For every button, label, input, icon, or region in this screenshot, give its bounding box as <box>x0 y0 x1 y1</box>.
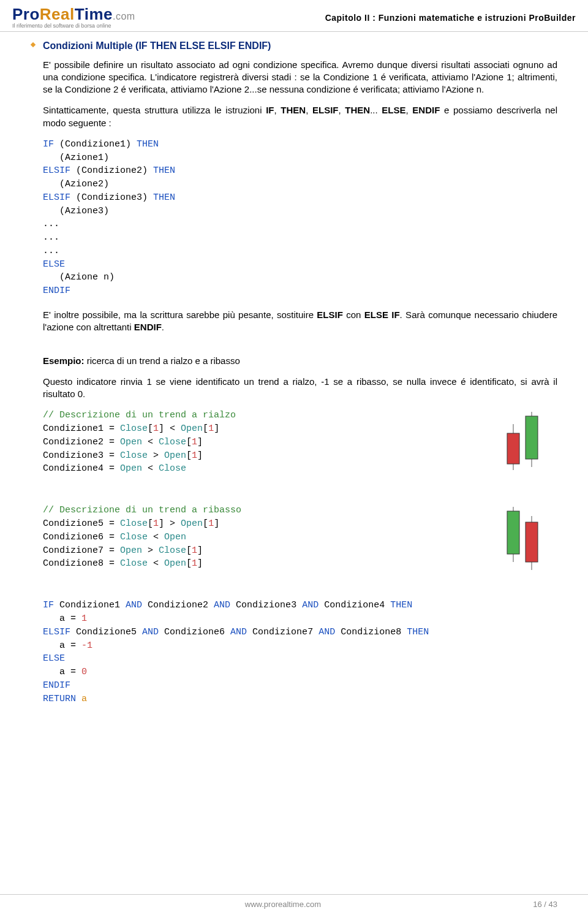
logo-tagline: Il riferimento del software di borsa onl… <box>12 23 135 29</box>
bullet-icon <box>29 41 37 48</box>
chapter-title: Capitolo II : Funzioni matematiche e ist… <box>325 13 576 23</box>
candles-uptrend <box>502 409 545 482</box>
logo-text: ProRealTime.com <box>12 6 135 22</box>
example-downtrend: // Descrizione di un trend a ribasso Con… <box>43 504 557 571</box>
example-uptrend: // Descrizione di un trend a rialzo Cond… <box>43 409 557 476</box>
svg-rect-8 <box>526 522 538 562</box>
candles-downtrend <box>502 504 545 577</box>
para-2: Sintatticamente, questa struttura utiliz… <box>43 104 557 129</box>
page-footer: www.prorealtime.com 16 / 43 <box>0 894 588 909</box>
section-title-text: Condizioni Multiple (IF THEN ELSE ELSIF … <box>43 40 271 51</box>
svg-rect-6 <box>507 511 519 554</box>
para-4: Questo indicatore rinvia 1 se viene iden… <box>43 376 557 401</box>
code-block-1: IF (Condizione1) THEN (Azione1) ELSIF (C… <box>43 138 557 298</box>
footer-page: 16 / 43 <box>533 900 557 909</box>
svg-rect-2 <box>507 433 519 464</box>
logo: ProRealTime.com Il riferimento del softw… <box>12 6 135 29</box>
logo-time: Time <box>75 5 113 23</box>
svg-rect-0 <box>31 42 36 47</box>
para-1: E' possibile definire un risultato assoc… <box>43 59 557 96</box>
page-content: Condizioni Multiple (IF THEN ELSE ELSIF … <box>0 32 588 735</box>
para-3: E' inoltre possibile, ma la scrittura sa… <box>43 309 557 334</box>
example-heading: Esempio: ricerca di un trend a rialzo e … <box>43 355 557 367</box>
code-block-2: // Descrizione di un trend a rialzo Cond… <box>43 409 557 476</box>
logo-real: Real <box>40 5 75 23</box>
footer-url: www.prorealtime.com <box>33 900 533 909</box>
code-block-4: IF Condizione1 AND Condizione2 AND Condi… <box>43 599 557 705</box>
section-title: Condizioni Multiple (IF THEN ELSE ELSIF … <box>43 39 557 53</box>
logo-pro: Pro <box>12 5 40 23</box>
logo-com: .com <box>113 11 135 21</box>
page-header: ProRealTime.com Il riferimento del softw… <box>0 0 588 32</box>
code-block-3: // Descrizione di un trend a ribasso Con… <box>43 504 557 571</box>
svg-rect-4 <box>526 416 538 459</box>
